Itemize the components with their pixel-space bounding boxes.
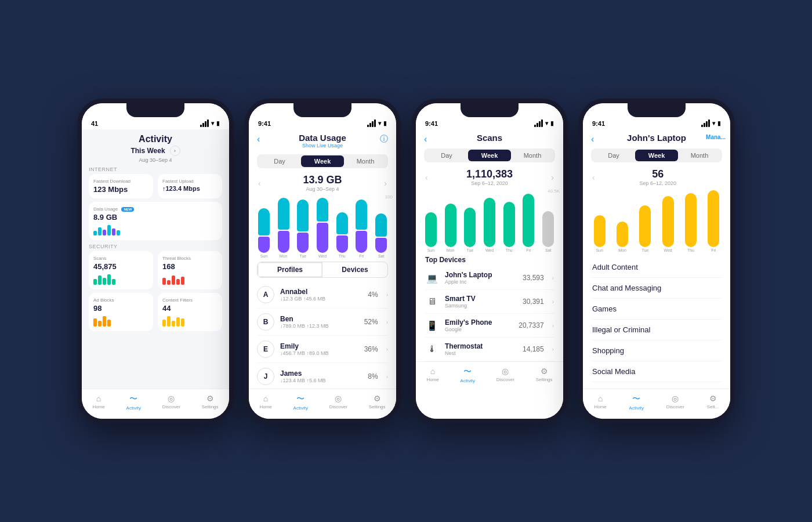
nav-activity-3[interactable]: 〜 Activity bbox=[461, 367, 475, 383]
device-smart-tv[interactable]: 🖥 Smart TV Samsung 30,391 › bbox=[425, 290, 554, 314]
nav-discover-label-4: Discover bbox=[666, 404, 684, 409]
nav-home-3[interactable]: ⌂ Home bbox=[426, 367, 438, 383]
nav-activity-2[interactable]: 〜 Activity bbox=[293, 394, 308, 411]
status-icons-4: ▾ ▮ bbox=[701, 119, 721, 127]
profile-ben[interactable]: B Ben ↓789.0 MB ↑12.3 MB 52% › bbox=[257, 309, 388, 336]
upload-card: Fastest Upload ↑123.4 Mbps bbox=[158, 174, 222, 198]
profiles-tab[interactable]: Profiles bbox=[258, 262, 322, 277]
nav-discover-4[interactable]: ◎ Discover bbox=[666, 394, 684, 411]
back-btn-4[interactable]: ‹ bbox=[591, 134, 594, 144]
profile-emily[interactable]: E Emily ↓456.7 MB ↑89.0 MB 36% › bbox=[257, 336, 388, 363]
adblocks-value: 98 bbox=[93, 304, 148, 313]
device-thermostat[interactable]: 🌡 Thermostat Nest 14,185 › bbox=[425, 338, 554, 361]
nav-activity-4[interactable]: 〜 Activity bbox=[629, 394, 644, 411]
filter-social-media: Social Media bbox=[592, 361, 721, 382]
status-bar-1: 41 ▾ ▮ bbox=[82, 103, 229, 129]
nav-settings-2[interactable]: ⚙ Settings bbox=[369, 394, 386, 411]
tab-month-4[interactable]: Month bbox=[678, 150, 721, 161]
device-emilys-phone[interactable]: 📱 Emily's Phone Google 20,7337 › bbox=[425, 314, 554, 338]
bottom-nav-4: ⌂ Home 〜 Activity ◎ Discover ⚙ Sett... bbox=[583, 389, 730, 419]
upload-label: Fastest Upload bbox=[162, 179, 217, 184]
nav-activity-1[interactable]: 〜 Activity bbox=[126, 394, 141, 411]
manage-btn[interactable]: Mana... bbox=[706, 134, 726, 140]
time-1: 41 bbox=[91, 120, 98, 127]
scans-card: Scans 45,875 bbox=[89, 251, 153, 289]
wifi-icon-4: ▾ bbox=[712, 120, 715, 126]
wifi-icon-3: ▾ bbox=[545, 120, 548, 126]
nav-discover-label-2: Discover bbox=[329, 404, 347, 409]
info-btn-2[interactable]: ⓘ bbox=[380, 134, 388, 144]
device-johns-laptop[interactable]: 💻 John's Laptop Apple Inc 33,593 › bbox=[425, 266, 554, 290]
profile-chevron-ben: › bbox=[386, 319, 388, 325]
phones-container: 41 ▾ ▮ Activity This Week › Aug 30–Sep 4… bbox=[66, 87, 746, 435]
adblocks-card: Ad Blocks 98 bbox=[89, 293, 153, 331]
tab-week-4[interactable]: Week bbox=[635, 150, 678, 161]
nav-home-4[interactable]: ⌂ Home bbox=[594, 394, 606, 411]
bar-chart-3: 40.5K Sun Mon Tue bbox=[416, 188, 563, 252]
signal-icon-4 bbox=[701, 119, 710, 127]
scan-bar-sun: Sun bbox=[422, 212, 440, 252]
profile-name-ben: Ben bbox=[280, 315, 358, 323]
chart-scale-2: 100 bbox=[385, 194, 393, 200]
chart-next-3[interactable]: › bbox=[551, 173, 554, 182]
nav-home-2[interactable]: ⌂ Home bbox=[259, 394, 271, 411]
tab-day-4[interactable]: Day bbox=[592, 150, 635, 161]
threat-value: 168 bbox=[162, 262, 217, 271]
bottom-nav-1: ⌂ Home 〜 Activity ◎ Discover ⚙ Settings bbox=[82, 389, 229, 419]
profile-info-james: James ↓123.4 MB ↑5.6 MB bbox=[280, 369, 362, 383]
nav-settings-label-1: Settings bbox=[202, 404, 219, 409]
tab-month-3[interactable]: Month bbox=[511, 150, 554, 161]
bar-chart-2: 100 Sun bbox=[249, 194, 396, 258]
chart-prev-3[interactable]: ‹ bbox=[425, 173, 428, 182]
bar-wed: Wed bbox=[313, 198, 332, 258]
tab-week-2[interactable]: Week bbox=[301, 155, 344, 167]
battery-icon-2: ▮ bbox=[383, 120, 387, 126]
nav-activity-label-3: Activity bbox=[461, 378, 475, 383]
chart-total-val-3: 1,110,383 bbox=[466, 168, 513, 180]
device-count-tv: 30,391 bbox=[523, 298, 544, 306]
battery-icon-4: ▮ bbox=[717, 120, 721, 126]
scans-header: ‹ Scans bbox=[416, 129, 563, 145]
profile-james[interactable]: J James ↓123.4 MB ↑5.6 MB 8% › bbox=[257, 363, 388, 389]
tab-month-2[interactable]: Month bbox=[344, 155, 387, 167]
tab-day-3[interactable]: Day bbox=[425, 150, 468, 161]
nav-settings-4[interactable]: ⚙ Sett... bbox=[707, 394, 719, 411]
back-btn-2[interactable]: ‹ bbox=[257, 134, 260, 144]
nav-discover-3[interactable]: ◎ Discover bbox=[496, 367, 514, 383]
battery-icon: ▮ bbox=[216, 120, 220, 126]
nav-discover-2[interactable]: ◎ Discover bbox=[329, 394, 347, 411]
device-info-johns: John's Laptop Apple Inc bbox=[445, 271, 517, 285]
back-btn-3[interactable]: ‹ bbox=[424, 134, 427, 144]
chart-prev-4[interactable]: ‹ bbox=[592, 173, 595, 182]
settings-icon-4: ⚙ bbox=[709, 394, 717, 403]
week-date: Aug 30–Sep 4 bbox=[89, 157, 222, 163]
threat-mini-bars bbox=[162, 273, 217, 285]
profile-annabel[interactable]: A Annabel ↓12.3 GB ↑45.6 MB 4% › bbox=[257, 281, 388, 309]
nav-home-1[interactable]: ⌂ Home bbox=[92, 394, 104, 411]
scans-value: 45,875 bbox=[93, 262, 148, 271]
nav-settings-1[interactable]: ⚙ Settings bbox=[202, 394, 219, 411]
next-week-btn[interactable]: › bbox=[170, 146, 180, 156]
profile-pct-ben: 52% bbox=[364, 318, 378, 326]
discover-icon-3: ◎ bbox=[502, 367, 509, 376]
chart-next-2[interactable]: › bbox=[384, 179, 387, 188]
scan-bar-tue: Tue bbox=[461, 208, 479, 252]
device-chevron-johns: › bbox=[552, 275, 554, 281]
profile-usage-annabel: ↓12.3 GB ↑45.6 MB bbox=[280, 296, 362, 302]
chart-prev-2[interactable]: ‹ bbox=[258, 179, 261, 188]
nav-home-label-3: Home bbox=[426, 377, 438, 382]
upload-value: ↑123.4 Mbps bbox=[162, 185, 217, 192]
bar-fri: Fri bbox=[353, 198, 371, 258]
nav-activity-label-1: Activity bbox=[126, 405, 141, 411]
laptop-icon: 💻 bbox=[425, 271, 439, 285]
profile-name-annabel: Annabel bbox=[280, 288, 362, 296]
home-icon-4: ⌂ bbox=[598, 394, 603, 403]
tab-day-2[interactable]: Day bbox=[258, 155, 301, 167]
nav-settings-3[interactable]: ⚙ Settings bbox=[536, 367, 553, 383]
time-2: 9:41 bbox=[258, 120, 271, 127]
devices-tab[interactable]: Devices bbox=[322, 262, 387, 277]
page-title-1: Activity bbox=[89, 134, 222, 144]
tab-bar-4: Day Week Month bbox=[591, 148, 722, 162]
tab-week-3[interactable]: Week bbox=[468, 150, 511, 161]
nav-discover-1[interactable]: ◎ Discover bbox=[162, 394, 180, 411]
